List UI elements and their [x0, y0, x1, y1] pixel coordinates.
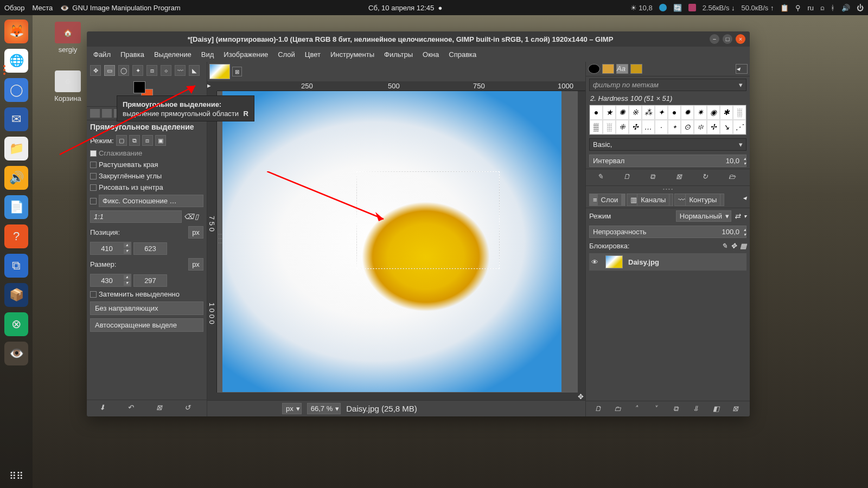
layer-delete-icon[interactable]: ⊠	[732, 404, 741, 413]
ruler-corner[interactable]: ▸	[207, 81, 217, 91]
layer-group-icon[interactable]: 🗀	[614, 404, 623, 413]
window-minimize[interactable]: −	[710, 34, 719, 44]
ruler-horizontal[interactable]: 250 500 750 1000	[217, 81, 585, 91]
overview-button[interactable]: Обзор	[4, 4, 25, 12]
dock-thunderbird[interactable]: ✉	[4, 107, 28, 131]
dock-writer[interactable]: 📄	[4, 195, 28, 219]
brush-grid[interactable]: ●★✺※⁂✦●✹✷◉✱░ ▒░⁜✣…·᛭⊙፨✢↘⋰	[589, 105, 746, 135]
rtab-brushes[interactable]	[588, 64, 600, 74]
dock-virtualbox[interactable]: 📦	[4, 283, 28, 307]
mode-switch-icon[interactable]: ⇄	[735, 212, 741, 220]
brush-filter-input[interactable]: фильтр по меткам	[589, 79, 746, 91]
save-preset-icon[interactable]: ⬇	[99, 403, 109, 413]
dock-files[interactable]: 📁	[4, 137, 28, 160]
power-icon[interactable]: ⏻	[857, 4, 864, 12]
menu-file[interactable]: Файл	[93, 50, 111, 59]
layer-new-icon[interactable]: 🗋	[595, 404, 603, 413]
scrollbar-h[interactable]	[207, 393, 578, 400]
layer-mask-icon[interactable]: ◧	[713, 404, 722, 413]
rtab-fonts[interactable]: Aa	[616, 64, 628, 74]
dock-rhythmbox[interactable]: 🔊	[4, 166, 28, 190]
selection-marquee[interactable]	[356, 171, 500, 269]
lock-alpha-icon[interactable]: ▦	[740, 242, 746, 250]
tray-icon-cube[interactable]	[688, 4, 696, 11]
aspect-ratio-input[interactable]: 1:1	[90, 210, 182, 223]
mode-add[interactable]: ⧉	[129, 135, 140, 146]
tab-channels[interactable]: ▥Каналы	[627, 194, 673, 206]
window-titlebar[interactable]: *[Daisy] (импортировано)-1.0 (Цвета RGB …	[87, 31, 750, 47]
status-unit-select[interactable]: px	[282, 403, 302, 414]
dock-firefox[interactable]: 🦊	[4, 20, 28, 43]
brush-refresh-icon[interactable]: ↻	[702, 172, 712, 182]
brush-new-icon[interactable]: 🗋	[623, 172, 633, 182]
desktop-trash[interactable]: ♻ Корзина	[49, 70, 87, 102]
mode-intersect[interactable]: ▣	[155, 135, 166, 146]
dock-apps-grid[interactable]: ⠿⠿	[4, 464, 28, 488]
menu-edit[interactable]: Правка	[120, 50, 144, 59]
chk-center[interactable]	[90, 184, 97, 191]
dock-gimp[interactable]: 👁️	[4, 342, 28, 365]
brush-edit-icon[interactable]: ✎	[597, 172, 607, 182]
menu-view[interactable]: Вид	[201, 50, 214, 59]
swap-aspect-icon[interactable]: ⌫	[184, 213, 193, 221]
reset-preset-icon[interactable]: ↺	[184, 403, 194, 413]
layer-down-icon[interactable]: ˅	[654, 404, 662, 413]
menu-image[interactable]: Изображение	[224, 50, 268, 59]
tool-free-select[interactable]: ◯	[118, 65, 129, 76]
tool-crop[interactable]: ⧈	[146, 65, 157, 76]
tool-rect-select[interactable]: ▭	[104, 65, 115, 76]
menu-windows[interactable]: Окна	[423, 50, 439, 59]
size-w-input[interactable]: ▴▾	[90, 274, 131, 287]
pos-x-input[interactable]: ▴▾	[90, 242, 131, 255]
spacing-field[interactable]: Интервал10,0▴▾	[589, 155, 746, 167]
chk-rounded[interactable]	[90, 173, 97, 179]
volume-icon[interactable]: 🔊	[841, 4, 850, 12]
image-tab-thumb[interactable]	[209, 64, 230, 79]
tool-warp[interactable]: 〰	[175, 65, 186, 76]
dock-vscode[interactable]: ⧉	[4, 254, 28, 278]
blend-mode-select[interactable]: Нормальный	[676, 210, 731, 222]
window-close[interactable]: ×	[736, 34, 745, 44]
dock-app-green[interactable]: ⊗	[4, 312, 28, 336]
network-icon[interactable]: ⩄	[820, 4, 824, 12]
opacity-field[interactable]: Непрозрачность100,0▴▾	[589, 226, 746, 238]
chk-feather[interactable]	[90, 162, 97, 168]
tool-bucket[interactable]: ◣	[189, 65, 200, 76]
image-canvas[interactable]: ⋮⋮⋮	[217, 91, 578, 393]
dock-chromium[interactable]: ◯	[4, 78, 28, 102]
keyboard-layout[interactable]: ru	[807, 4, 814, 12]
brush-dup-icon[interactable]: ⧉	[650, 172, 660, 182]
size-h-input[interactable]	[133, 274, 167, 287]
tab-tool-options[interactable]	[90, 109, 100, 118]
ltab-menu-icon[interactable]: ◂	[743, 194, 746, 206]
accessibility-icon[interactable]: ⚲	[795, 4, 801, 12]
rtab-gradients[interactable]	[630, 64, 642, 74]
tab-paths[interactable]: 〰Контуры	[674, 194, 724, 206]
menu-tools[interactable]: Инструменты	[330, 50, 374, 59]
layer-item[interactable]: 👁 Daisy.jpg	[589, 253, 746, 271]
image-tab-close[interactable]: ⊠	[232, 67, 242, 76]
tool-move[interactable]: ✥	[90, 65, 101, 76]
brush-del-icon[interactable]: ⊠	[676, 172, 686, 182]
chk-darken[interactable]	[90, 291, 97, 298]
clock[interactable]: Сб, 10 апреля 12:45 ●	[368, 4, 442, 12]
scrollbar-v[interactable]	[578, 91, 585, 393]
mode-replace[interactable]: ▢	[116, 135, 127, 146]
lock-pixels-icon[interactable]: ✎	[722, 242, 727, 250]
guides-select[interactable]: Без направляющих	[90, 301, 203, 315]
brush-preset-select[interactable]: Basic,	[589, 138, 746, 151]
window-maximize[interactable]: □	[723, 34, 732, 44]
dock-chrome[interactable]: 🌐	[4, 49, 28, 73]
pos-y-input[interactable]	[133, 242, 167, 255]
rtab-menu-icon[interactable]: ◂	[736, 64, 748, 74]
tab-layers[interactable]: ≡Слои	[589, 194, 626, 206]
tool-fuzzy-select[interactable]: ✦	[132, 65, 143, 76]
layer-merge-icon[interactable]: ⥥	[693, 404, 701, 413]
chk-fixed[interactable]	[90, 198, 97, 204]
fixed-mode-select[interactable]: Фикс. Соотношение …	[99, 195, 203, 207]
mode-subtract[interactable]: ⧈	[142, 135, 153, 146]
layer-visibility-icon[interactable]: 👁	[591, 258, 600, 266]
portrait-icon[interactable]: ▯	[195, 213, 203, 221]
restore-preset-icon[interactable]: ↶	[127, 403, 137, 413]
position-unit[interactable]: px	[188, 226, 203, 239]
